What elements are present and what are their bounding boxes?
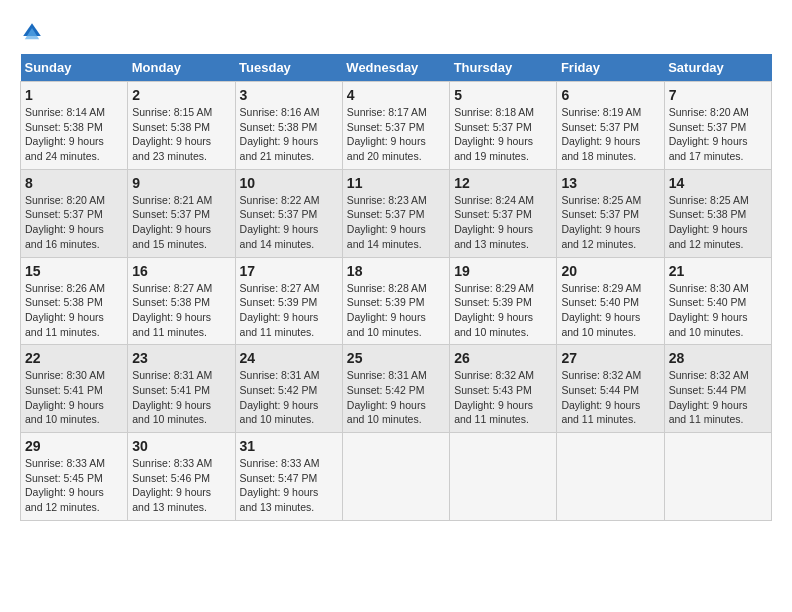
calendar-cell: 24 Sunrise: 8:31 AM Sunset: 5:42 PM Dayl… bbox=[235, 345, 342, 433]
calendar-week-row: 1 Sunrise: 8:14 AM Sunset: 5:38 PM Dayli… bbox=[21, 82, 772, 170]
day-info: Sunrise: 8:30 AM Sunset: 5:41 PM Dayligh… bbox=[25, 368, 123, 427]
day-number: 23 bbox=[132, 350, 230, 366]
calendar-week-row: 29 Sunrise: 8:33 AM Sunset: 5:45 PM Dayl… bbox=[21, 433, 772, 521]
day-info: Sunrise: 8:29 AM Sunset: 5:39 PM Dayligh… bbox=[454, 281, 552, 340]
day-header: Saturday bbox=[664, 54, 771, 82]
day-info: Sunrise: 8:30 AM Sunset: 5:40 PM Dayligh… bbox=[669, 281, 767, 340]
day-number: 18 bbox=[347, 263, 445, 279]
day-number: 20 bbox=[561, 263, 659, 279]
day-header: Monday bbox=[128, 54, 235, 82]
calendar-cell: 17 Sunrise: 8:27 AM Sunset: 5:39 PM Dayl… bbox=[235, 257, 342, 345]
calendar-cell: 31 Sunrise: 8:33 AM Sunset: 5:47 PM Dayl… bbox=[235, 433, 342, 521]
calendar-cell bbox=[664, 433, 771, 521]
day-number: 25 bbox=[347, 350, 445, 366]
day-number: 19 bbox=[454, 263, 552, 279]
day-number: 7 bbox=[669, 87, 767, 103]
day-info: Sunrise: 8:31 AM Sunset: 5:42 PM Dayligh… bbox=[240, 368, 338, 427]
day-info: Sunrise: 8:16 AM Sunset: 5:38 PM Dayligh… bbox=[240, 105, 338, 164]
calendar-week-row: 22 Sunrise: 8:30 AM Sunset: 5:41 PM Dayl… bbox=[21, 345, 772, 433]
calendar-cell: 29 Sunrise: 8:33 AM Sunset: 5:45 PM Dayl… bbox=[21, 433, 128, 521]
day-info: Sunrise: 8:27 AM Sunset: 5:39 PM Dayligh… bbox=[240, 281, 338, 340]
day-info: Sunrise: 8:28 AM Sunset: 5:39 PM Dayligh… bbox=[347, 281, 445, 340]
day-info: Sunrise: 8:23 AM Sunset: 5:37 PM Dayligh… bbox=[347, 193, 445, 252]
calendar-cell: 14 Sunrise: 8:25 AM Sunset: 5:38 PM Dayl… bbox=[664, 169, 771, 257]
calendar-cell: 2 Sunrise: 8:15 AM Sunset: 5:38 PM Dayli… bbox=[128, 82, 235, 170]
calendar-cell: 18 Sunrise: 8:28 AM Sunset: 5:39 PM Dayl… bbox=[342, 257, 449, 345]
calendar-cell bbox=[450, 433, 557, 521]
day-header: Sunday bbox=[21, 54, 128, 82]
calendar-cell: 19 Sunrise: 8:29 AM Sunset: 5:39 PM Dayl… bbox=[450, 257, 557, 345]
day-number: 24 bbox=[240, 350, 338, 366]
day-number: 12 bbox=[454, 175, 552, 191]
day-header: Friday bbox=[557, 54, 664, 82]
day-info: Sunrise: 8:19 AM Sunset: 5:37 PM Dayligh… bbox=[561, 105, 659, 164]
header bbox=[20, 20, 772, 44]
calendar-cell: 20 Sunrise: 8:29 AM Sunset: 5:40 PM Dayl… bbox=[557, 257, 664, 345]
day-number: 29 bbox=[25, 438, 123, 454]
day-number: 10 bbox=[240, 175, 338, 191]
calendar-cell: 7 Sunrise: 8:20 AM Sunset: 5:37 PM Dayli… bbox=[664, 82, 771, 170]
day-number: 4 bbox=[347, 87, 445, 103]
calendar-cell: 30 Sunrise: 8:33 AM Sunset: 5:46 PM Dayl… bbox=[128, 433, 235, 521]
day-number: 14 bbox=[669, 175, 767, 191]
day-info: Sunrise: 8:14 AM Sunset: 5:38 PM Dayligh… bbox=[25, 105, 123, 164]
calendar-cell: 6 Sunrise: 8:19 AM Sunset: 5:37 PM Dayli… bbox=[557, 82, 664, 170]
day-header: Wednesday bbox=[342, 54, 449, 82]
day-number: 21 bbox=[669, 263, 767, 279]
day-number: 3 bbox=[240, 87, 338, 103]
calendar-cell: 26 Sunrise: 8:32 AM Sunset: 5:43 PM Dayl… bbox=[450, 345, 557, 433]
day-number: 27 bbox=[561, 350, 659, 366]
calendar-cell bbox=[557, 433, 664, 521]
day-number: 2 bbox=[132, 87, 230, 103]
calendar-cell: 15 Sunrise: 8:26 AM Sunset: 5:38 PM Dayl… bbox=[21, 257, 128, 345]
day-number: 26 bbox=[454, 350, 552, 366]
day-info: Sunrise: 8:25 AM Sunset: 5:38 PM Dayligh… bbox=[669, 193, 767, 252]
day-info: Sunrise: 8:20 AM Sunset: 5:37 PM Dayligh… bbox=[25, 193, 123, 252]
calendar-cell: 8 Sunrise: 8:20 AM Sunset: 5:37 PM Dayli… bbox=[21, 169, 128, 257]
day-number: 31 bbox=[240, 438, 338, 454]
day-info: Sunrise: 8:17 AM Sunset: 5:37 PM Dayligh… bbox=[347, 105, 445, 164]
day-number: 22 bbox=[25, 350, 123, 366]
day-header: Thursday bbox=[450, 54, 557, 82]
calendar-cell: 25 Sunrise: 8:31 AM Sunset: 5:42 PM Dayl… bbox=[342, 345, 449, 433]
day-info: Sunrise: 8:21 AM Sunset: 5:37 PM Dayligh… bbox=[132, 193, 230, 252]
calendar-cell: 11 Sunrise: 8:23 AM Sunset: 5:37 PM Dayl… bbox=[342, 169, 449, 257]
calendar-table: SundayMondayTuesdayWednesdayThursdayFrid… bbox=[20, 54, 772, 521]
logo bbox=[20, 20, 48, 44]
calendar-cell bbox=[342, 433, 449, 521]
calendar-cell: 9 Sunrise: 8:21 AM Sunset: 5:37 PM Dayli… bbox=[128, 169, 235, 257]
day-number: 16 bbox=[132, 263, 230, 279]
calendar-cell: 1 Sunrise: 8:14 AM Sunset: 5:38 PM Dayli… bbox=[21, 82, 128, 170]
calendar-cell: 22 Sunrise: 8:30 AM Sunset: 5:41 PM Dayl… bbox=[21, 345, 128, 433]
header-row: SundayMondayTuesdayWednesdayThursdayFrid… bbox=[21, 54, 772, 82]
day-info: Sunrise: 8:27 AM Sunset: 5:38 PM Dayligh… bbox=[132, 281, 230, 340]
calendar-cell: 5 Sunrise: 8:18 AM Sunset: 5:37 PM Dayli… bbox=[450, 82, 557, 170]
day-number: 1 bbox=[25, 87, 123, 103]
day-number: 15 bbox=[25, 263, 123, 279]
day-info: Sunrise: 8:15 AM Sunset: 5:38 PM Dayligh… bbox=[132, 105, 230, 164]
logo-icon bbox=[20, 20, 44, 44]
calendar-cell: 13 Sunrise: 8:25 AM Sunset: 5:37 PM Dayl… bbox=[557, 169, 664, 257]
day-number: 30 bbox=[132, 438, 230, 454]
day-info: Sunrise: 8:33 AM Sunset: 5:47 PM Dayligh… bbox=[240, 456, 338, 515]
day-number: 5 bbox=[454, 87, 552, 103]
calendar-week-row: 8 Sunrise: 8:20 AM Sunset: 5:37 PM Dayli… bbox=[21, 169, 772, 257]
calendar-cell: 23 Sunrise: 8:31 AM Sunset: 5:41 PM Dayl… bbox=[128, 345, 235, 433]
day-info: Sunrise: 8:25 AM Sunset: 5:37 PM Dayligh… bbox=[561, 193, 659, 252]
day-info: Sunrise: 8:20 AM Sunset: 5:37 PM Dayligh… bbox=[669, 105, 767, 164]
calendar-cell: 4 Sunrise: 8:17 AM Sunset: 5:37 PM Dayli… bbox=[342, 82, 449, 170]
day-info: Sunrise: 8:31 AM Sunset: 5:42 PM Dayligh… bbox=[347, 368, 445, 427]
calendar-cell: 3 Sunrise: 8:16 AM Sunset: 5:38 PM Dayli… bbox=[235, 82, 342, 170]
day-info: Sunrise: 8:26 AM Sunset: 5:38 PM Dayligh… bbox=[25, 281, 123, 340]
day-info: Sunrise: 8:32 AM Sunset: 5:44 PM Dayligh… bbox=[561, 368, 659, 427]
day-info: Sunrise: 8:22 AM Sunset: 5:37 PM Dayligh… bbox=[240, 193, 338, 252]
day-info: Sunrise: 8:33 AM Sunset: 5:46 PM Dayligh… bbox=[132, 456, 230, 515]
day-info: Sunrise: 8:32 AM Sunset: 5:44 PM Dayligh… bbox=[669, 368, 767, 427]
calendar-cell: 16 Sunrise: 8:27 AM Sunset: 5:38 PM Dayl… bbox=[128, 257, 235, 345]
day-number: 17 bbox=[240, 263, 338, 279]
calendar-cell: 27 Sunrise: 8:32 AM Sunset: 5:44 PM Dayl… bbox=[557, 345, 664, 433]
day-info: Sunrise: 8:32 AM Sunset: 5:43 PM Dayligh… bbox=[454, 368, 552, 427]
day-header: Tuesday bbox=[235, 54, 342, 82]
day-number: 13 bbox=[561, 175, 659, 191]
day-info: Sunrise: 8:29 AM Sunset: 5:40 PM Dayligh… bbox=[561, 281, 659, 340]
